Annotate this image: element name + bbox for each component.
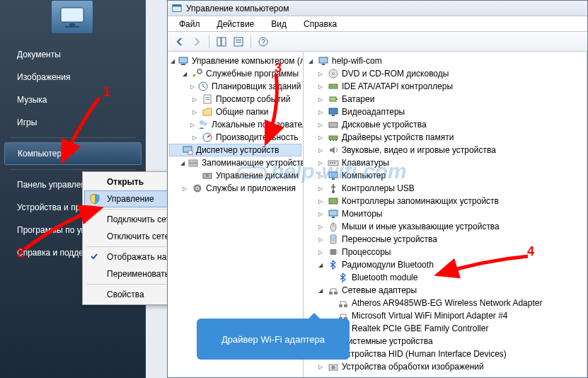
storage-icon xyxy=(188,157,199,168)
expand-icon[interactable] xyxy=(316,82,325,91)
computer-icon xyxy=(328,170,339,181)
properties-button[interactable] xyxy=(231,34,246,50)
expand-icon[interactable] xyxy=(190,82,195,91)
expand-icon[interactable] xyxy=(316,69,325,78)
expand-icon[interactable] xyxy=(316,210,325,218)
svg-rect-30 xyxy=(319,57,328,63)
svg-rect-4 xyxy=(173,4,181,6)
expand-icon[interactable] xyxy=(180,159,185,167)
show-hide-button[interactable] xyxy=(214,34,229,50)
expand-icon[interactable] xyxy=(190,108,199,116)
expand-icon[interactable] xyxy=(316,146,325,154)
svg-rect-45 xyxy=(330,162,331,164)
expand-icon[interactable] xyxy=(316,286,325,294)
start-item-1[interactable]: Изображения xyxy=(4,67,142,88)
expand-icon[interactable] xyxy=(316,133,325,142)
left-tree-item-6[interactable]: Производительность xyxy=(169,131,301,144)
tree-item-label: Сетевые адаптеры xyxy=(342,285,417,295)
expand-icon[interactable] xyxy=(316,95,325,103)
right-tree-item-19[interactable]: Atheros AR9485WB-EG Wireless Network Ada… xyxy=(305,297,585,309)
expand-icon[interactable] xyxy=(316,184,325,193)
svg-point-14 xyxy=(197,69,202,74)
right-tree-item-5[interactable]: Дисковые устройства xyxy=(305,118,585,131)
start-item-3[interactable]: Игры xyxy=(4,112,142,133)
storage-ctrl-icon xyxy=(328,195,339,207)
left-tree-item-5[interactable]: Локальные пользователи xyxy=(169,118,301,131)
right-tree-item-16[interactable]: Радиомодули Bluetooth xyxy=(305,258,585,271)
right-tree-item-11[interactable]: Контроллеры запоминающих устройств xyxy=(305,195,585,207)
annotation-number-3: 3 xyxy=(275,61,282,76)
expand-icon[interactable] xyxy=(316,171,325,180)
tree-item-label: Драйверы устройств памяти xyxy=(342,132,454,142)
expand-icon[interactable] xyxy=(190,133,199,142)
right-tree-item-8[interactable]: Клавиатуры xyxy=(305,156,585,169)
right-tree-item-9[interactable]: Компьютер xyxy=(305,169,585,182)
expand-icon[interactable] xyxy=(316,248,325,256)
right-tree-item-12[interactable]: Мониторы xyxy=(305,207,585,220)
svg-rect-46 xyxy=(332,162,333,164)
right-tree-item-15[interactable]: Процессоры xyxy=(305,246,585,258)
expand-icon[interactable] xyxy=(190,120,195,129)
expand-icon[interactable] xyxy=(306,57,315,65)
right-tree-item-6[interactable]: Драйверы устройств памяти xyxy=(305,131,585,144)
expand-icon[interactable] xyxy=(316,159,325,167)
expand-icon[interactable] xyxy=(190,95,199,103)
left-tree-item-9[interactable]: Управление дисками xyxy=(169,169,301,182)
right-tree-item-24[interactable]: Устройства обработки изображений xyxy=(305,360,585,373)
help-button[interactable]: ? xyxy=(255,34,271,50)
menu-file[interactable]: Файл xyxy=(172,18,207,30)
display-icon xyxy=(328,106,339,118)
svg-rect-59 xyxy=(329,251,330,251)
forward-button[interactable] xyxy=(189,34,204,50)
annotation-number-2: 2 xyxy=(17,246,24,260)
start-divider xyxy=(10,169,136,170)
right-tree-item-3[interactable]: Батареи xyxy=(305,93,585,105)
menu-help[interactable]: Справка xyxy=(296,18,344,30)
tree-item-label: Батареи xyxy=(342,94,374,104)
left-tree-item-2[interactable]: Планировщик заданий xyxy=(169,80,301,93)
expand-icon[interactable] xyxy=(190,171,199,180)
right-tree-item-0[interactable]: help-wifi-com xyxy=(305,55,585,67)
start-item-4[interactable]: Компьютер xyxy=(4,142,142,165)
left-tree-item-10[interactable]: Службы и приложения xyxy=(169,182,301,195)
right-tree-item-7[interactable]: Звуковые, видео и игровые устройства xyxy=(305,144,585,156)
tree-item-label: Microsoft Virtual WiFi Miniport Adapter … xyxy=(352,311,508,321)
expand-icon[interactable] xyxy=(171,57,175,65)
expand-icon[interactable] xyxy=(171,146,179,154)
left-tree-item-8[interactable]: Запоминающие устройства xyxy=(169,156,301,169)
expand-icon[interactable] xyxy=(316,197,325,205)
expand-icon[interactable] xyxy=(316,362,325,371)
right-tree-item-14[interactable]: Переносные устройства xyxy=(305,233,585,246)
right-tree-item-4[interactable]: Видеоадаптеры xyxy=(305,105,585,118)
start-item-0[interactable]: Документы xyxy=(4,44,142,65)
svg-rect-47 xyxy=(334,162,335,164)
expand-icon[interactable] xyxy=(180,69,189,78)
expand-icon[interactable] xyxy=(316,222,325,231)
left-tree-item-4[interactable]: Общие папки xyxy=(169,105,301,118)
menu-action[interactable]: Действие xyxy=(210,18,262,30)
back-button[interactable] xyxy=(172,34,188,50)
left-tree-item-3[interactable]: Просмотр событий xyxy=(169,93,301,105)
expand-icon[interactable] xyxy=(316,108,325,116)
right-tree-item-18[interactable]: Сетевые адаптеры xyxy=(305,284,585,297)
start-item-2[interactable]: Музыка xyxy=(4,89,142,110)
tree-item-label: Realtek PCIe GBE Family Controller xyxy=(352,323,488,333)
right-tree-item-17[interactable]: Bluetooth module xyxy=(305,271,585,284)
svg-rect-48 xyxy=(329,172,338,178)
left-tree-item-7[interactable]: Диспетчер устройств xyxy=(169,144,301,156)
expand-icon[interactable] xyxy=(180,184,189,193)
right-tree-item-1[interactable]: DVD и CD-ROM дисководы xyxy=(305,67,585,80)
expand-icon[interactable] xyxy=(316,235,325,244)
right-tree-item-10[interactable]: Контроллеры USB xyxy=(305,182,585,195)
users-icon xyxy=(197,119,209,130)
svg-point-74 xyxy=(332,366,335,370)
svg-rect-38 xyxy=(332,115,335,116)
expand-icon[interactable] xyxy=(316,120,325,129)
svg-rect-34 xyxy=(329,84,338,88)
expand-icon[interactable] xyxy=(316,260,325,269)
right-tree-item-2[interactable]: IDE ATA/ATAPI контроллеры xyxy=(305,80,585,93)
expand-icon[interactable] xyxy=(326,273,335,282)
right-tree-item-13[interactable]: Мыши и иные указывающие устройства xyxy=(305,220,585,233)
menu-view[interactable]: Вид xyxy=(264,18,294,30)
expand-icon[interactable] xyxy=(326,299,335,307)
